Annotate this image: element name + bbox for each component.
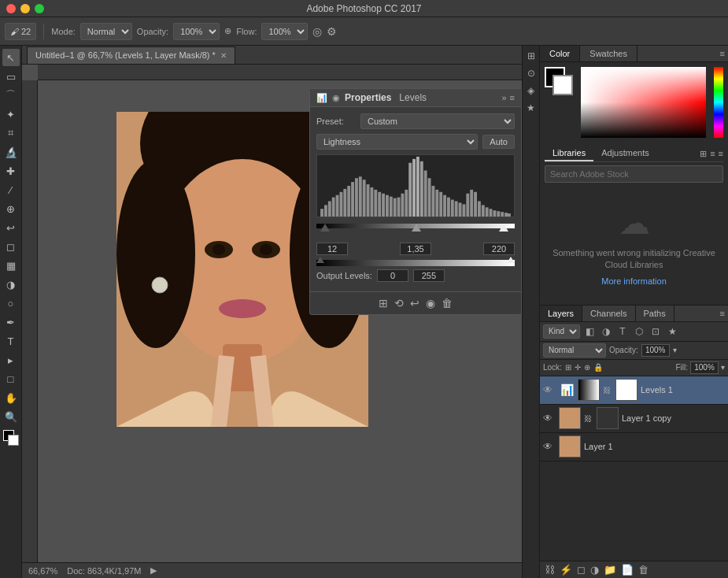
new-group-icon[interactable]: 📁 bbox=[604, 564, 616, 576]
add-mask-icon[interactable]: ◻ bbox=[577, 564, 586, 576]
mid-point-value[interactable]: 1,35 bbox=[400, 243, 431, 255]
output-min-value[interactable] bbox=[377, 269, 408, 282]
output-white-handle[interactable] bbox=[507, 257, 515, 263]
gradient-tool[interactable]: ▦ bbox=[2, 257, 20, 274]
output-levels-slider[interactable] bbox=[316, 260, 515, 266]
pen-tool[interactable]: ✒ bbox=[2, 313, 20, 331]
opacity-value[interactable] bbox=[641, 344, 670, 357]
list-view-icon[interactable]: ≡ bbox=[710, 149, 715, 158]
flow-select[interactable]: 100% bbox=[261, 23, 308, 40]
mode-select[interactable]: Normal bbox=[80, 23, 132, 40]
white-point-value[interactable]: 220 bbox=[483, 243, 515, 255]
lock-all-icon[interactable]: 🔒 bbox=[593, 363, 603, 372]
marquee-tool[interactable]: ▭ bbox=[2, 68, 20, 85]
color-field[interactable] bbox=[581, 67, 706, 138]
brush-tool[interactable]: ∕ bbox=[2, 181, 20, 198]
brush-tool-button[interactable]: 🖌 22 bbox=[5, 23, 36, 40]
shape-tool[interactable]: □ bbox=[2, 370, 20, 387]
undo-icon[interactable]: ↩ bbox=[410, 297, 419, 309]
layer-row-copy[interactable]: 👁 ⛓ Layer 1 copy bbox=[540, 405, 728, 433]
levels1-mask[interactable] bbox=[615, 379, 637, 401]
levels-eye-icon[interactable]: ◉ bbox=[332, 93, 340, 103]
output-black-handle[interactable] bbox=[316, 257, 324, 263]
delete-icon[interactable]: 🗑 bbox=[442, 297, 453, 309]
link-layers-icon[interactable]: ⛓ bbox=[545, 564, 555, 576]
pixel-filter-icon[interactable]: ◧ bbox=[582, 324, 597, 339]
white-point-handle[interactable] bbox=[499, 224, 508, 232]
blur-tool[interactable]: ◑ bbox=[2, 276, 20, 293]
libraries-search[interactable] bbox=[545, 165, 723, 183]
layer-copy-mask[interactable] bbox=[597, 407, 619, 429]
color-panel-menu[interactable]: ≡ bbox=[720, 49, 725, 58]
preset-select[interactable]: Custom bbox=[360, 113, 515, 129]
minimize-button[interactable] bbox=[20, 4, 30, 13]
tab-adjustments[interactable]: Adjustments bbox=[593, 146, 657, 161]
hue-slider[interactable] bbox=[714, 67, 723, 138]
opacity-select[interactable]: 100% bbox=[173, 23, 220, 40]
history-brush[interactable]: ↩ bbox=[2, 219, 20, 236]
mid-point-handle[interactable] bbox=[412, 224, 421, 232]
layer-row-levels1[interactable]: 👁 📊 ⛓ Levels 1 bbox=[540, 376, 728, 405]
tab-layers[interactable]: Layers bbox=[540, 306, 582, 321]
adjustment-filter-icon[interactable]: ◑ bbox=[599, 324, 613, 339]
panel-menu-icon[interactable]: ≡ bbox=[510, 93, 515, 102]
tab-libraries[interactable]: Libraries bbox=[545, 146, 593, 161]
lock-pixels-icon[interactable]: ⊞ bbox=[565, 363, 571, 372]
auto-button[interactable]: Auto bbox=[482, 135, 515, 149]
tab-color[interactable]: Color bbox=[540, 46, 580, 61]
smart-filter-icon[interactable]: ⊡ bbox=[649, 324, 663, 339]
visibility-icon[interactable]: ◉ bbox=[426, 297, 435, 309]
style-icon[interactable]: ★ bbox=[524, 101, 538, 115]
black-point-value[interactable]: 12 bbox=[316, 243, 348, 255]
opacity-arrow[interactable]: ▾ bbox=[673, 346, 677, 354]
type-filter-icon[interactable]: T bbox=[615, 324, 630, 339]
document-tab[interactable]: Untitled–1 @ 66,7% (Levels 1, Layer Mask… bbox=[27, 46, 235, 64]
black-point-handle[interactable] bbox=[320, 224, 330, 232]
background-swatch[interactable] bbox=[552, 75, 573, 95]
blend-mode-select[interactable]: Normal bbox=[543, 343, 606, 358]
maximize-button[interactable] bbox=[35, 4, 44, 13]
input-levels-slider[interactable] bbox=[316, 224, 515, 241]
new-adjustment-icon[interactable]: ◑ bbox=[590, 564, 599, 576]
crop-tool[interactable]: ⌗ bbox=[2, 124, 20, 142]
dodge-tool[interactable]: ○ bbox=[2, 295, 20, 312]
quick-select-tool[interactable]: ✦ bbox=[2, 106, 20, 123]
background-color[interactable] bbox=[8, 435, 19, 446]
clip-icon[interactable]: ⊞ bbox=[379, 297, 388, 309]
heal-tool[interactable]: ✚ bbox=[2, 162, 20, 180]
visibility-eye-copy[interactable]: 👁 bbox=[543, 413, 556, 424]
shape-filter-icon[interactable]: ⬡ bbox=[632, 324, 646, 339]
visibility-eye-levels1[interactable]: 👁 bbox=[543, 384, 556, 395]
libraries-menu-icon[interactable]: ≡ bbox=[719, 149, 723, 158]
fill-arrow[interactable]: ▾ bbox=[721, 363, 725, 372]
layers-panel-menu-icon[interactable]: ≡ bbox=[720, 309, 725, 318]
grid-view-icon[interactable]: ⊞ bbox=[700, 149, 707, 159]
delete-layer-icon[interactable]: 🗑 bbox=[638, 564, 649, 576]
new-layer-icon[interactable]: 📄 bbox=[621, 564, 634, 576]
visibility-eye-1[interactable]: 👁 bbox=[543, 441, 556, 452]
reset-icon[interactable]: ⟲ bbox=[394, 297, 404, 309]
fill-value[interactable] bbox=[690, 361, 719, 374]
close-button[interactable] bbox=[6, 4, 16, 13]
close-tab-icon[interactable]: ✕ bbox=[220, 51, 227, 60]
channel-select[interactable]: Lightness bbox=[316, 134, 478, 150]
hand-tool[interactable]: ✋ bbox=[2, 389, 20, 406]
layer-effects-icon[interactable]: ⚡ bbox=[560, 564, 572, 576]
move-tool[interactable]: ↖ bbox=[2, 49, 20, 66]
kind-filter[interactable]: Kind bbox=[543, 324, 580, 339]
output-max-value[interactable] bbox=[413, 269, 445, 282]
path-select-tool[interactable]: ▸ bbox=[2, 351, 20, 369]
fg-bg-swatches[interactable] bbox=[545, 67, 573, 95]
lock-artboard-icon[interactable]: ⊕ bbox=[584, 363, 590, 372]
panel-expand-icon[interactable]: » bbox=[501, 93, 506, 102]
mask-icon[interactable]: ◈ bbox=[524, 83, 538, 98]
layer-row-1[interactable]: 👁 Layer 1 bbox=[540, 433, 728, 461]
more-info-link[interactable]: More information bbox=[601, 276, 667, 286]
tab-paths[interactable]: Paths bbox=[636, 306, 674, 321]
eyedropper-tool[interactable]: 🔬 bbox=[2, 143, 20, 161]
lasso-tool[interactable]: ⌒ bbox=[2, 87, 20, 104]
tab-swatches[interactable]: Swatches bbox=[580, 46, 637, 61]
canvas-content[interactable]: 📊 ◉ Properties Levels » ≡ Preset: Cust bbox=[22, 65, 522, 562]
effects-filter-icon[interactable]: ★ bbox=[665, 324, 679, 339]
clone-tool[interactable]: ⊕ bbox=[2, 200, 20, 217]
